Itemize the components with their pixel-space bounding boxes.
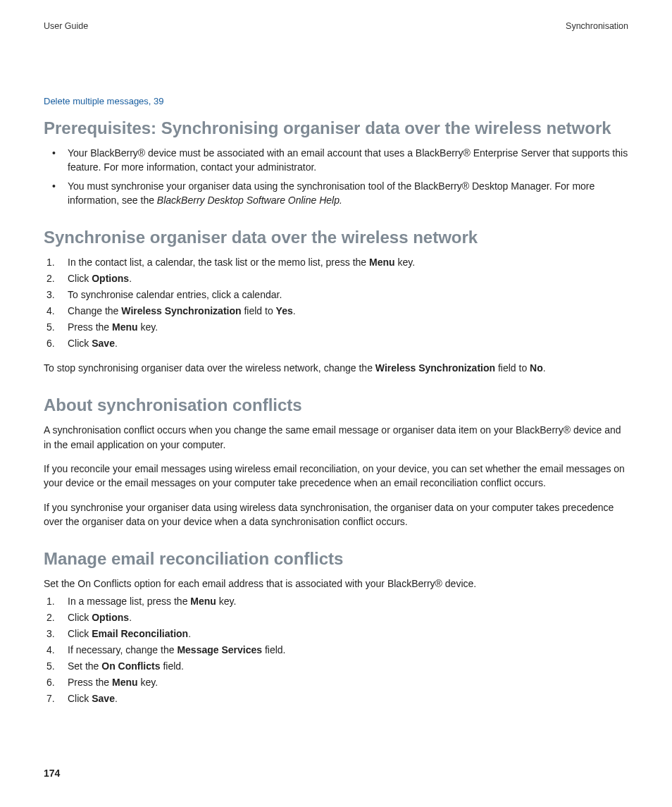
list-item: Click Save. <box>44 691 628 706</box>
list-item: In a message list, press the Menu key. <box>44 594 628 609</box>
body-text: Set the On Conflicts option for each ema… <box>44 577 628 591</box>
list-item: Press the Menu key. <box>44 675 628 690</box>
heading-sync: Synchronise organiser data over the wire… <box>44 227 628 248</box>
list-item: Your BlackBerry® device must be associat… <box>44 146 628 175</box>
body-text: A synchronisation conflict occurs when y… <box>44 423 628 452</box>
body-text: If you synchronise your organiser data u… <box>44 500 628 529</box>
list-item: Click Save. <box>44 336 628 351</box>
list-item: Click Options. <box>44 610 628 625</box>
heading-prerequisites: Prerequisites: Synchronising organiser d… <box>44 118 628 139</box>
page-number: 174 <box>44 768 60 779</box>
heading-manage-conflicts: Manage email reconciliation conflicts <box>44 548 628 569</box>
sync-steps: In the contact list, a calendar, the tas… <box>44 255 628 351</box>
list-item: If necessary, change the Message Service… <box>44 643 628 658</box>
heading-about-conflicts: About synchronisation conflicts <box>44 395 628 416</box>
list-item: Set the On Conflicts field. <box>44 659 628 674</box>
page-header: User Guide Synchronisation <box>44 21 628 31</box>
list-item: In the contact list, a calendar, the tas… <box>44 255 628 270</box>
list-item: Change the Wireless Synchronization fiel… <box>44 304 628 319</box>
body-text: If you reconcile your email messages usi… <box>44 462 628 491</box>
header-right: Synchronisation <box>566 21 628 31</box>
list-item: Click Email Reconciliation. <box>44 627 628 641</box>
cross-ref-link[interactable]: Delete multiple messages, 39 <box>44 96 628 106</box>
sync-note: To stop synchronising organiser data ove… <box>44 361 628 375</box>
header-left: User Guide <box>44 21 88 31</box>
list-item: Press the Menu key. <box>44 320 628 335</box>
list-item: To synchronise calendar entries, click a… <box>44 288 628 302</box>
manage-steps: In a message list, press the Menu key. C… <box>44 594 628 706</box>
list-item: You must synchronise your organiser data… <box>44 179 628 208</box>
list-item: Click Options. <box>44 271 628 286</box>
prereq-list: Your BlackBerry® device must be associat… <box>44 146 628 207</box>
